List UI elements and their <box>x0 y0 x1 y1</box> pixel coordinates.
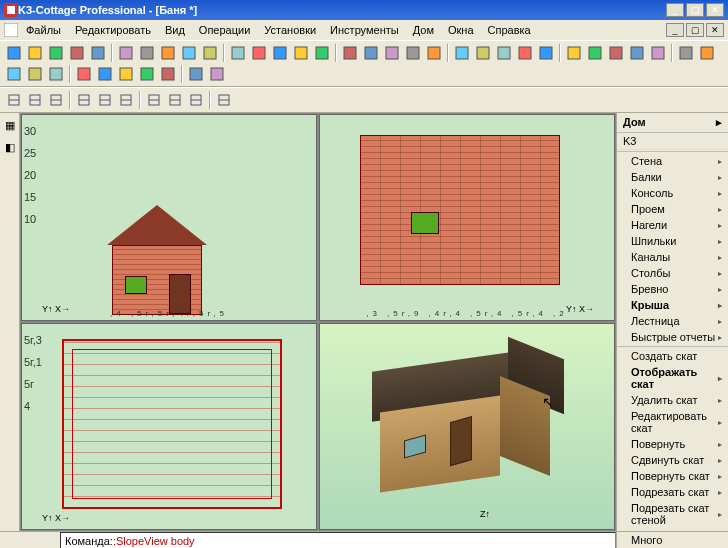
print-button[interactable] <box>67 43 87 63</box>
panel-item[interactable]: Быстрые отчеты▸ <box>617 329 728 345</box>
panel-item[interactable]: Проем▸ <box>617 201 728 217</box>
measure-button[interactable] <box>536 43 556 63</box>
new-button[interactable] <box>4 43 24 63</box>
box-button[interactable] <box>200 43 220 63</box>
close-button[interactable]: ✕ <box>706 3 724 17</box>
panel-item[interactable]: Подрезать скат стеной▸ <box>617 500 728 528</box>
panel-item[interactable]: Повернуть скат▸ <box>617 468 728 484</box>
maximize-button[interactable]: ▢ <box>686 3 704 17</box>
snap-mid-button[interactable] <box>25 90 45 110</box>
help-button[interactable] <box>116 64 136 84</box>
redo-button[interactable] <box>179 43 199 63</box>
mdi-close-button[interactable]: ✕ <box>706 23 724 37</box>
strip-btn-1[interactable]: ▦ <box>0 115 20 135</box>
menu-view[interactable]: Вид <box>159 22 191 38</box>
mdi-maximize-button[interactable]: ▢ <box>686 23 704 37</box>
open-button[interactable] <box>25 43 45 63</box>
menu-windows[interactable]: Окна <box>442 22 480 38</box>
prism-button[interactable] <box>291 43 311 63</box>
wire-button[interactable] <box>25 64 45 84</box>
viewport-plan[interactable]: 5г,35г,15г4 Y↑ X→ <box>21 323 317 530</box>
cone-button[interactable] <box>270 43 290 63</box>
grid-toggle-button[interactable] <box>95 90 115 110</box>
shade-button[interactable] <box>46 64 66 84</box>
menu-edit[interactable]: Редактировать <box>69 22 157 38</box>
mirror-button[interactable] <box>473 43 493 63</box>
panel-item[interactable]: Балки▸ <box>617 169 728 185</box>
panel-item[interactable]: Редактировать скат▸ <box>617 408 728 436</box>
render-button[interactable] <box>4 64 24 84</box>
camera-button[interactable] <box>382 43 402 63</box>
viewport-side[interactable]: ,3 ,5г,9 ,4г,4 ,5г,4 ,5г,4 ,2 Y↑ X→ <box>319 114 615 321</box>
panel-item[interactable]: Создать скат <box>617 348 728 364</box>
menu-settings[interactable]: Установки <box>258 22 322 38</box>
dim-button[interactable] <box>564 43 584 63</box>
rotate-button[interactable] <box>403 43 423 63</box>
menu-files[interactable]: Файлы <box>20 22 67 38</box>
ungroup-button[interactable] <box>515 43 535 63</box>
panel-item[interactable]: Установить стропила▸ <box>617 528 728 531</box>
viewport-3d[interactable]: ↖ Z↑ <box>319 323 615 530</box>
panel-item[interactable]: Удалить скат▸ <box>617 392 728 408</box>
panel-header[interactable]: Дом▸ <box>617 113 728 133</box>
panel-item[interactable]: Повернуть▸ <box>617 436 728 452</box>
panel-item[interactable]: Бревно▸ <box>617 281 728 297</box>
panel-item[interactable]: Стена▸ <box>617 153 728 169</box>
menu-tools[interactable]: Инструменты <box>324 22 405 38</box>
snap-cross-button[interactable] <box>46 90 66 110</box>
panel-item[interactable]: Каналы▸ <box>617 249 728 265</box>
cut-button[interactable] <box>88 43 108 63</box>
zoom-out-button[interactable] <box>627 43 647 63</box>
panel-item[interactable]: Консоль▸ <box>617 185 728 201</box>
panel-sub[interactable]: K3 <box>617 133 728 150</box>
save-button[interactable] <box>46 43 66 63</box>
svg-rect-3 <box>8 47 20 59</box>
pan-button[interactable] <box>676 43 696 63</box>
panel-item[interactable]: Сдвинуть скат▸ <box>617 452 728 468</box>
group-button[interactable] <box>494 43 514 63</box>
menu-help[interactable]: Справка <box>482 22 537 38</box>
minimize-button[interactable]: _ <box>666 3 684 17</box>
command-box[interactable]: Команда::SlopeView body Укажите скаты, у… <box>60 532 616 548</box>
view-side-button[interactable] <box>165 90 185 110</box>
axis-toggle-button[interactable] <box>116 90 136 110</box>
copy-button[interactable] <box>116 43 136 63</box>
text-button[interactable] <box>585 43 605 63</box>
move-button[interactable] <box>424 43 444 63</box>
menu-house[interactable]: Дом <box>407 22 440 38</box>
plane-button[interactable] <box>340 43 360 63</box>
light-button[interactable] <box>74 64 94 84</box>
ortho-button[interactable] <box>74 90 94 110</box>
panel-item[interactable]: Много <box>617 532 728 548</box>
snap-end-button[interactable] <box>4 90 24 110</box>
panel-item[interactable]: Подрезать скат▸ <box>617 484 728 500</box>
cylinder-button[interactable] <box>228 43 248 63</box>
sphere-button[interactable] <box>249 43 269 63</box>
search-button[interactable] <box>137 64 157 84</box>
settings-button[interactable] <box>158 64 178 84</box>
panel-item[interactable]: Отображать скат▸ <box>617 364 728 392</box>
filter-button[interactable] <box>186 64 206 84</box>
panel-item[interactable]: Шпильки▸ <box>617 233 728 249</box>
layers-button[interactable] <box>312 43 332 63</box>
tree-button[interactable] <box>207 64 227 84</box>
view-iso-button[interactable] <box>214 90 234 110</box>
panel-item[interactable]: Лестница▸ <box>617 313 728 329</box>
viewport-front[interactable]: 3025201510 ,4 ,5г,5г,4г,5г,5 Y↑ X→ <box>21 114 317 321</box>
zoom-in-button[interactable] <box>606 43 626 63</box>
panel-item[interactable]: Нагели▸ <box>617 217 728 233</box>
mdi-minimize-button[interactable]: _ <box>666 23 684 37</box>
view-top-button[interactable] <box>186 90 206 110</box>
menu-operations[interactable]: Операции <box>193 22 256 38</box>
paste-button[interactable] <box>137 43 157 63</box>
view-front-button[interactable] <box>144 90 164 110</box>
orbit-button[interactable] <box>697 43 717 63</box>
zoom-fit-button[interactable] <box>648 43 668 63</box>
strip-btn-2[interactable]: ◧ <box>0 137 20 157</box>
scale-button[interactable] <box>452 43 472 63</box>
panel-item[interactable]: Столбы▸ <box>617 265 728 281</box>
panel-item[interactable]: Крыша▸ <box>617 297 728 313</box>
grid-button[interactable] <box>361 43 381 63</box>
undo-button[interactable] <box>158 43 178 63</box>
material-button[interactable] <box>95 64 115 84</box>
